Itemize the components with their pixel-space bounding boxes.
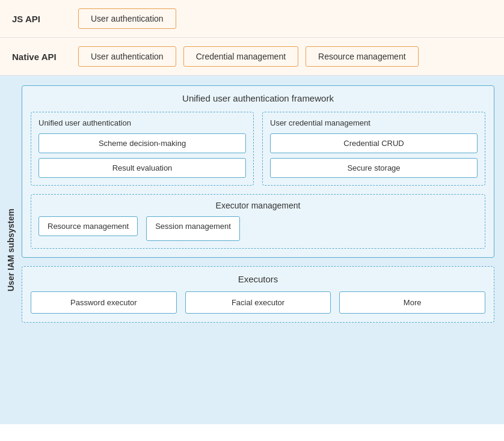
native-api-boxes: User authentication Credential managemen… <box>78 46 419 67</box>
scheme-decision-box: Scheme decision-making <box>38 133 246 153</box>
executors-title: Executors <box>31 274 485 284</box>
js-api-section: JS API User authentication <box>0 0 504 38</box>
credential-mgmt-title: User credential management <box>270 118 478 127</box>
unified-auth-title: Unified user authentication <box>38 118 246 127</box>
credential-crud-box: Credential CRUD <box>270 133 478 153</box>
secure-storage-box: Secure storage <box>270 158 478 178</box>
native-api-section: Native API User authentication Credentia… <box>0 38 504 76</box>
native-api-box-2: Resource management <box>306 46 419 67</box>
facial-executor-box: Facial executor <box>185 291 331 314</box>
unified-auth-box: Unified user authentication Scheme decis… <box>31 112 254 186</box>
session-mgmt-box: Session management <box>146 216 240 241</box>
executor-mgmt-inner: Resource management Session management <box>38 216 478 241</box>
main-diagram: User IAM subsystem Unified user authenti… <box>0 76 504 424</box>
executors-inner: Password executor Facial executor More <box>31 291 485 314</box>
executors-outer-box: Executors Password executor Facial execu… <box>22 266 494 323</box>
executor-mgmt-title: Executor management <box>38 201 478 210</box>
side-label: User IAM subsystem <box>6 85 16 415</box>
resource-mgmt-box: Resource management <box>38 216 138 236</box>
native-api-box-0: User authentication <box>78 46 176 67</box>
js-api-boxes: User authentication <box>78 8 176 29</box>
framework-box: Unified user authentication framework Un… <box>22 85 494 258</box>
framework-inner: Unified user authentication Scheme decis… <box>31 112 485 186</box>
framework-title: Unified user authentication framework <box>31 93 485 103</box>
more-executor-box: More <box>339 291 485 314</box>
native-api-label: Native API <box>12 52 78 62</box>
native-api-box-1: Credential management <box>183 46 298 67</box>
js-api-box-0: User authentication <box>78 8 176 29</box>
js-api-label: JS API <box>12 14 78 24</box>
result-eval-box: Result evaluation <box>38 158 246 178</box>
executor-mgmt-box: Executor management Resource management … <box>31 194 485 249</box>
password-executor-box: Password executor <box>31 291 177 314</box>
credential-mgmt-box: User credential management Credential CR… <box>262 112 485 186</box>
diagram-container: Unified user authentication framework Un… <box>22 85 494 415</box>
